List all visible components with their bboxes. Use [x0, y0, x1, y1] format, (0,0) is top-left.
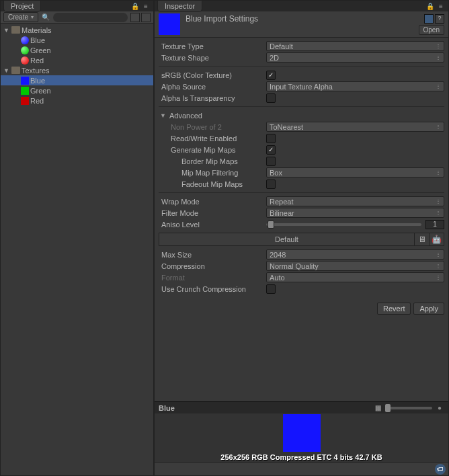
platform-selector: Default 🖥 🤖: [159, 233, 444, 246]
tree-label: Green: [30, 46, 51, 54]
mipmaps-checkbox[interactable]: ✓: [266, 145, 276, 155]
preview-header[interactable]: Blue ▦ ●: [155, 401, 448, 413]
tree-textures[interactable]: ▼ Textures: [1, 65, 153, 75]
srgb-label: sRGB (Color Texture): [159, 71, 263, 79]
panel-menu-icon[interactable]: ≡: [141, 1, 151, 11]
aniso-slider[interactable]: [266, 223, 421, 226]
preview-name: Blue: [159, 404, 175, 412]
project-toolbar: Create 🔍: [1, 11, 153, 24]
alpha-source-dropdown[interactable]: Input Texture Alpha⋮: [266, 81, 444, 91]
texture-icon: [21, 77, 29, 85]
max-size-label: Max Size: [159, 251, 263, 259]
filter-dropdown[interactable]: Bilinear⋮: [266, 208, 444, 218]
platform-standalone-icon[interactable]: 🖥: [414, 233, 429, 245]
preview-area: 256x256 RGB Compressed ETC 4 bits 42.7 K…: [155, 413, 448, 462]
texture-type-label: Texture Type: [159, 42, 263, 50]
texture-shape-label: Texture Shape: [159, 54, 263, 62]
tree-label: Blue: [30, 36, 45, 44]
compression-dropdown[interactable]: Normal Quality⋮: [266, 261, 444, 271]
revert-apply-row: Revert Apply: [155, 300, 448, 320]
mipmaps-label: Generate Mip Maps: [159, 146, 263, 154]
format-label: Format: [159, 274, 263, 282]
rw-checkbox[interactable]: [266, 134, 276, 143]
help-icon[interactable]: ?: [435, 14, 444, 24]
wrap-dropdown[interactable]: Repeat⋮: [266, 196, 444, 206]
npot-label: Non Power of 2: [159, 123, 263, 131]
inspector-panel: Inspector 🔒 ≡ Blue Import Settings ? Ope…: [154, 0, 449, 476]
inspector-properties: Texture Type Default⋮ Texture Shape 2D⋮ …: [155, 38, 448, 300]
inspector-header: Blue Import Settings ? Open: [155, 11, 448, 38]
project-tree: ▼ Materials Blue Green Red ▼ Textures Bl…: [1, 24, 153, 475]
alpha-transparency-checkbox[interactable]: [266, 93, 276, 103]
mip-filter-label: Mip Map Filtering: [159, 169, 263, 177]
advanced-foldout[interactable]: ▼ Advanced: [159, 110, 444, 121]
aniso-value[interactable]: 1: [425, 220, 444, 229]
project-panel: Project 🔒 ≡ Create 🔍 ▼ Materials Blue Gr…: [0, 0, 154, 476]
fold-icon[interactable]: ▼: [3, 67, 10, 74]
preset-icon[interactable]: [424, 14, 434, 24]
alpha-icon[interactable]: ●: [435, 403, 444, 413]
lock-icon[interactable]: 🔒: [130, 1, 140, 11]
fadeout-checkbox[interactable]: [266, 180, 276, 189]
border-mip-checkbox[interactable]: [266, 157, 276, 166]
tree-label: Green: [30, 87, 51, 95]
npot-dropdown: ToNearest⋮: [266, 122, 444, 132]
fadeout-label: Fadeout Mip Maps: [159, 180, 263, 188]
filter-label: Filter Mode: [159, 209, 263, 217]
fold-icon: ▼: [160, 112, 167, 119]
tree-material-green[interactable]: Green: [1, 45, 153, 55]
project-tab-bar: Project 🔒 ≡: [1, 1, 153, 11]
asset-thumbnail: [159, 13, 180, 35]
tree-label: Red: [30, 97, 44, 105]
tree-material-red[interactable]: Red: [1, 55, 153, 65]
folder-icon: [11, 26, 20, 34]
tree-texture-green[interactable]: Green: [1, 85, 153, 95]
tree-label: Blue: [30, 77, 45, 85]
asset-title: Blue Import Settings: [186, 14, 420, 24]
panel-menu-icon[interactable]: ≡: [436, 1, 446, 11]
max-size-dropdown[interactable]: 2048⋮: [266, 249, 444, 260]
material-icon: [21, 36, 29, 44]
filter-by-label-icon[interactable]: [141, 13, 151, 22]
compression-label: Compression: [159, 262, 263, 270]
material-icon: [21, 56, 29, 65]
tree-texture-blue[interactable]: Blue: [1, 75, 153, 85]
rgb-icon[interactable]: ▦: [373, 403, 382, 413]
lock-icon[interactable]: 🔒: [425, 1, 435, 11]
asset-label-icon[interactable]: 🏷: [435, 464, 446, 475]
inspector-tab-bar: Inspector 🔒 ≡: [155, 1, 448, 11]
aniso-label: Aniso Level: [159, 221, 263, 229]
fold-icon[interactable]: ▼: [3, 27, 10, 34]
alpha-transparency-label: Alpha Is Transparency: [159, 94, 263, 102]
platform-default-tab[interactable]: Default: [159, 234, 414, 245]
srgb-checkbox[interactable]: ✓: [266, 71, 276, 80]
create-button[interactable]: Create: [3, 12, 38, 22]
preview-image: [283, 414, 321, 452]
preview-caption: 256x256 RGB Compressed ETC 4 bits 42.7 K…: [220, 453, 382, 461]
texture-icon: [21, 97, 29, 105]
format-dropdown: Auto⋮: [266, 272, 444, 282]
tree-material-blue[interactable]: Blue: [1, 35, 153, 45]
inspector-tab[interactable]: Inspector: [157, 1, 202, 12]
mip-preview-slider[interactable]: [385, 407, 432, 409]
texture-shape-dropdown[interactable]: 2D⋮: [266, 52, 444, 63]
search-input[interactable]: [53, 13, 128, 22]
apply-button[interactable]: Apply: [413, 303, 444, 315]
filter-by-type-icon[interactable]: [130, 13, 140, 22]
asset-footer: 🏷: [155, 462, 448, 475]
tree-label: Red: [30, 56, 44, 65]
crunch-checkbox[interactable]: [266, 284, 276, 294]
revert-button[interactable]: Revert: [377, 303, 411, 315]
folder-icon: [11, 67, 20, 74]
tree-materials[interactable]: ▼ Materials: [1, 25, 153, 35]
border-mip-label: Border Mip Maps: [159, 157, 263, 165]
texture-type-dropdown[interactable]: Default⋮: [266, 41, 444, 51]
platform-android-icon[interactable]: 🤖: [429, 233, 444, 245]
tree-label: Materials: [22, 26, 52, 34]
open-button[interactable]: Open: [419, 25, 444, 35]
crunch-label: Use Crunch Compression: [159, 285, 263, 293]
mip-filter-dropdown[interactable]: Box⋮: [266, 167, 444, 177]
tree-label: Textures: [22, 67, 50, 75]
project-tab[interactable]: Project: [3, 1, 41, 12]
tree-texture-red[interactable]: Red: [1, 95, 153, 106]
